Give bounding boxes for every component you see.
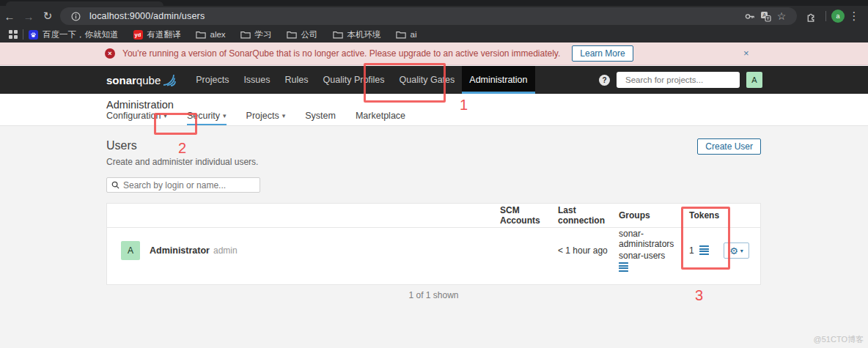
logo-text-bold: sonar [106, 74, 136, 86]
create-user-button[interactable]: Create User [697, 138, 761, 155]
site-info-icon[interactable] [67, 12, 84, 21]
youdao-icon: yd [133, 30, 143, 40]
chevron-down-icon: ▾ [223, 112, 227, 119]
user-settings-button[interactable]: ⚙ ▾ [724, 243, 749, 259]
address-bar[interactable]: localhost:9000/admin/users A ☆ [60, 7, 797, 25]
browser-profile-avatar[interactable]: a [831, 10, 845, 23]
header-scm-accounts: SCM Accounts [500, 205, 558, 226]
folder-icon [287, 31, 297, 39]
bookmark-label: 本机环境 [347, 29, 381, 40]
table-row: A Administratoradmin < 1 hour ago sonar-… [107, 228, 760, 273]
user-login: admin [213, 245, 238, 256]
tab-system[interactable]: System [305, 111, 336, 125]
browser-toolbar: ← → ↻ localhost:9000/admin/users A ☆ a ⋮ [0, 6, 868, 26]
tab-configuration[interactable]: Configuration▾ [106, 111, 167, 125]
users-title: Users [106, 139, 137, 152]
back-icon[interactable]: ← [0, 7, 19, 25]
forward-icon[interactable]: → [19, 7, 38, 25]
error-icon: × [105, 48, 115, 59]
baidu-icon [29, 30, 38, 40]
help-icon[interactable]: ? [599, 75, 610, 86]
edit-groups-list-icon[interactable] [619, 262, 628, 273]
cell-groups: sonar-administrators sonar-users [619, 229, 689, 273]
apps-grid-icon[interactable] [9, 30, 18, 39]
tab-label: Marketplace [356, 111, 405, 121]
chevron-down-icon: ▾ [740, 248, 743, 254]
avatar: A [121, 241, 140, 260]
header-groups: Groups [619, 210, 689, 221]
banner-close-icon[interactable]: × [743, 48, 749, 59]
user-name: Administrator [150, 245, 210, 256]
header-last-connection: Last connection [558, 205, 619, 226]
browser-chrome: ← → ↻ localhost:9000/admin/users A ☆ a ⋮ [0, 0, 868, 42]
reload-icon[interactable]: ↻ [38, 7, 57, 25]
nav-item-quality-profiles[interactable]: Quality Profiles [316, 66, 392, 94]
sonarqube-warning-banner: × You're running a version of SonarQube … [0, 42, 868, 65]
folder-icon [333, 31, 343, 39]
sonarqube-logo[interactable]: sonarqube [106, 73, 178, 86]
tab-marketplace[interactable]: Marketplace [356, 111, 405, 125]
header-tokens: Tokens [689, 210, 724, 221]
project-search-box[interactable] [617, 72, 740, 88]
bookmark-label: ai [411, 30, 417, 39]
user-search-input[interactable] [123, 180, 255, 190]
tab-security[interactable]: Security▾ [187, 111, 227, 125]
page-title: Administration [106, 99, 174, 111]
tab-strip [0, 0, 868, 6]
bookmark-folder-study[interactable]: 学习 [240, 29, 272, 40]
banner-message: You're running a version of SonarQube th… [122, 48, 560, 59]
bookmark-folder-ai[interactable]: ai [396, 30, 417, 39]
tokens-count: 1 [689, 245, 694, 256]
admin-tabs: Configuration▾ Security▾ Projects▾ Syste… [106, 111, 405, 125]
project-search-input[interactable] [625, 75, 738, 84]
users-page: Users Create and administer individual u… [0, 126, 868, 348]
logo-text-light: qube [136, 74, 161, 86]
bookmark-youdao[interactable]: yd 有道翻译 [133, 29, 181, 40]
tab-label: Projects [246, 111, 279, 121]
tab-projects[interactable]: Projects▾ [246, 111, 286, 125]
bookmarks-divider [23, 29, 23, 40]
bookmark-label: 公司 [301, 29, 318, 40]
bookmark-folder-alex[interactable]: alex [196, 30, 226, 39]
bookmark-label: 有道翻译 [147, 29, 181, 40]
nav-item-quality-gates[interactable]: Quality Gates [392, 66, 463, 94]
bookmark-star-icon[interactable]: ☆ [773, 10, 790, 22]
group-name: sonar-administrators [619, 229, 689, 249]
admin-context-header: Administration Configuration▾ Security▾ … [0, 94, 868, 126]
watermark: @51CTO博客 [814, 334, 864, 345]
bookmark-folder-company[interactable]: 公司 [287, 29, 318, 40]
bookmark-baidu[interactable]: 百度一下，你就知道 [29, 29, 119, 40]
cell-last-connection: < 1 hour ago [558, 245, 619, 256]
table-header-row: SCM Accounts Last connection Groups Toke… [107, 204, 760, 228]
users-description: Create and administer individual users. [106, 157, 258, 167]
user-avatar[interactable]: A [746, 72, 762, 88]
bookmark-folder-localenv[interactable]: 本机环境 [333, 29, 381, 40]
learn-more-button[interactable]: Learn More [572, 45, 633, 62]
results-count: 1 of 1 shown [106, 290, 761, 300]
bookmark-label: alex [210, 30, 226, 39]
folder-icon [240, 31, 251, 39]
cell-name: A Administratoradmin [107, 241, 500, 260]
cell-tokens: 1 [689, 245, 724, 256]
tab-label: Security [187, 111, 220, 121]
tab-label: System [305, 111, 336, 121]
nav-item-rules[interactable]: Rules [278, 66, 316, 94]
folder-icon [396, 31, 406, 39]
translate-icon[interactable]: A [757, 11, 773, 22]
bookmark-label: 学习 [255, 29, 272, 40]
user-search-box[interactable] [106, 177, 260, 193]
gear-icon: ⚙ [729, 245, 738, 256]
menu-dots-icon[interactable]: ⋮ [845, 7, 864, 25]
nav-item-issues[interactable]: Issues [236, 66, 277, 94]
nav-item-projects[interactable]: Projects [188, 66, 236, 94]
extensions-icon[interactable] [801, 7, 820, 25]
search-icon [111, 181, 119, 189]
chrome-right-controls: a ⋮ [801, 7, 864, 25]
chevron-down-icon: ▾ [163, 112, 167, 119]
password-key-icon[interactable] [741, 11, 757, 22]
url-text[interactable]: localhost:9000/admin/users [89, 11, 205, 21]
nav-item-administration[interactable]: Administration [462, 66, 534, 94]
bookmark-label: 百度一下，你就知道 [43, 29, 119, 40]
bookmarks-bar: 百度一下，你就知道 yd 有道翻译 alex 学习 公司 本机环境 ai [0, 26, 868, 42]
tokens-list-icon[interactable] [699, 245, 709, 256]
